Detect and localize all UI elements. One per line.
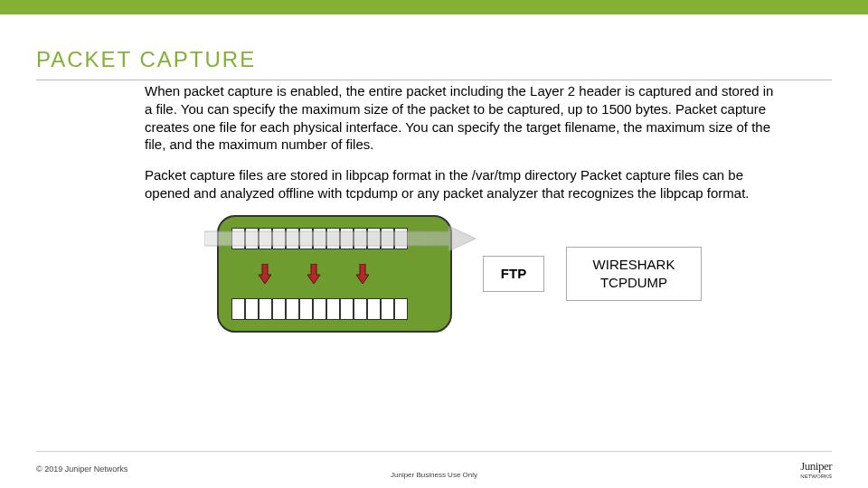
svg-marker-2 [307, 264, 320, 284]
packet-cell [326, 298, 340, 320]
analyzer-line-1: WIRESHARK [593, 256, 675, 274]
diagram: FTP WIRESHARK TCPDUMP [217, 215, 832, 333]
ftp-label: FTP [483, 256, 544, 292]
packet-cell [272, 298, 286, 320]
confidential-text: Juniper Business Use Only [391, 471, 477, 479]
packet-cell [259, 298, 272, 320]
analyzer-box: WIRESHARK TCPDUMP [566, 247, 702, 301]
arrow-right-icon [204, 226, 476, 251]
paragraph-2: Packet capture files are stored in libpc… [145, 166, 778, 202]
arrow-down-icon [356, 264, 369, 284]
footer: © 2019 Juniper Networks Juniper NETWORKS… [0, 451, 868, 488]
title-divider [36, 80, 832, 80]
arrow-down-icon [259, 264, 271, 284]
footer-divider [36, 451, 832, 452]
packet-cell [286, 298, 299, 320]
top-accent-bar [0, 0, 868, 14]
svg-marker-0 [204, 226, 476, 251]
packet-cells-bottom [231, 298, 408, 320]
incoming-packet-row [231, 228, 438, 249]
body-text: When packet capture is enabled, the enti… [145, 82, 778, 202]
juniper-logo: Juniper NETWORKS [800, 459, 832, 479]
packet-cell [367, 298, 381, 320]
arrow-down-icon [307, 264, 320, 284]
packet-cell [381, 298, 394, 320]
logo-sub: NETWORKS [800, 474, 832, 479]
stored-packet-row [231, 298, 438, 320]
packet-cell [245, 298, 259, 320]
slide-content: PACKET CAPTURE When packet capture is en… [0, 14, 868, 333]
logo-main: Juniper [800, 459, 832, 473]
svg-marker-3 [356, 264, 369, 284]
svg-marker-1 [259, 264, 271, 284]
packet-cell [231, 298, 245, 320]
capture-device-box [217, 215, 452, 333]
packet-cell [299, 298, 313, 320]
down-arrows-row [231, 264, 438, 284]
slide-title: PACKET CAPTURE [36, 47, 832, 72]
copyright-text: © 2019 Juniper Networks [36, 465, 127, 474]
analyzer-line-2: TCPDUMP [600, 274, 667, 292]
paragraph-1: When packet capture is enabled, the enti… [145, 82, 778, 154]
packet-cell [340, 298, 354, 320]
packet-cell [394, 298, 408, 320]
packet-cell [313, 298, 326, 320]
packet-cell [354, 298, 367, 320]
